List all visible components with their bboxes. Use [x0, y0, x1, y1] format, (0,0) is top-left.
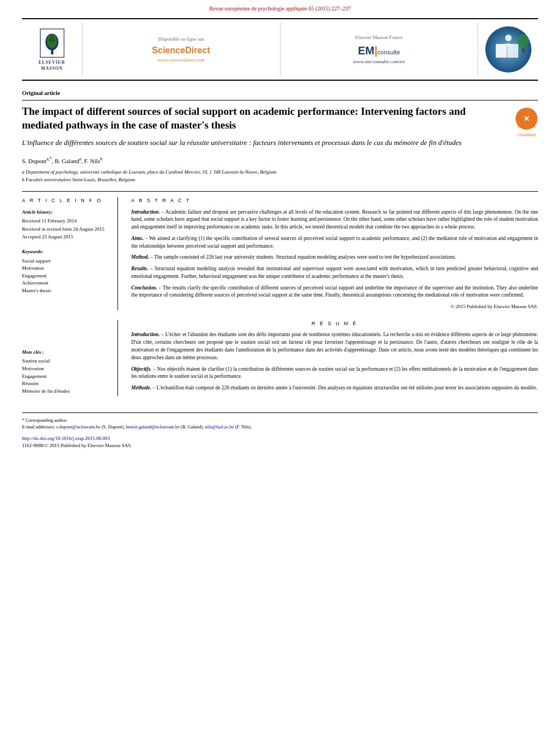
corresponding-author: * Corresponding author.: [22, 417, 538, 424]
sciencedirect-section: Disponible en ligne sur ScienceDirect ww…: [82, 23, 280, 76]
svg-point-12: [518, 34, 529, 48]
resume-aims: Objectifs. – Nos objectifs étaient de cl…: [131, 366, 538, 381]
title-row: The impact of different sources of socia…: [22, 105, 538, 132]
abstract-heading: A B S T R A C T: [131, 197, 538, 204]
mots-cles-section: Mots clés : Soutien social Motivation En…: [22, 349, 111, 395]
resume-text-column: R É S U M É Introduction. – L'échec et l…: [131, 320, 538, 396]
mot-cle-2: Motivation: [22, 365, 111, 372]
resume-two-col: Mots clés : Soutien social Motivation En…: [22, 320, 538, 396]
email-dupont-name: (S. Dupont),: [102, 424, 125, 429]
keyword-3: Engagement: [22, 272, 111, 280]
mot-cle-4: Réussite: [22, 380, 111, 387]
email-dupont[interactable]: s.dupont@uclouvain.be: [56, 424, 100, 429]
keyword-4: Achievement: [22, 280, 111, 287]
abstract-column: A B S T R A C T Introduction. – Academic…: [131, 197, 538, 310]
resume-intro: Introduction. – L'échec et l'abandon des…: [131, 331, 538, 361]
mots-cles-column: Mots clés : Soutien social Motivation En…: [22, 320, 118, 396]
elsevier-logo-left: ELSEVIER MASSON: [22, 23, 82, 76]
received-date: Received 11 February 2014: [22, 217, 111, 225]
sciencedirect-brand: ScienceDirect: [152, 44, 210, 57]
journal-header: Revue européenne de psychologie appliqué…: [0, 0, 560, 15]
resume-method-text: – L'échantillon était composé de 226 étu…: [153, 385, 537, 390]
affiliations: a Department of psychology, université c…: [22, 169, 538, 183]
aims-text: – We aimed at clarifying (1) the specifi…: [131, 236, 538, 249]
resume-heading: R É S U M É: [131, 320, 538, 327]
email-label: E-mail addresses:: [22, 424, 55, 429]
em-text: EM: [358, 44, 374, 57]
elsevier-name: ELSEVIER: [38, 59, 65, 65]
email-nils-name: (F. Nils).: [235, 424, 251, 429]
resume-method: Méthode. – L'échantillon était composé d…: [131, 384, 538, 392]
right-decorative-logo: [478, 23, 538, 76]
resume-aims-text: – Nos objectifs étaient de clarifier (1)…: [131, 366, 538, 380]
sciencedirect-url[interactable]: www.sciencedirect.com: [158, 57, 205, 64]
emconsulte-section: Elsevier Masson France EM| consulte www.…: [280, 23, 478, 76]
copyright: © 2015 Published by Elsevier Masson SAS.: [131, 303, 538, 310]
resume-aims-label: Objectifs.: [131, 366, 152, 372]
article-title-en: The impact of different sources of socia…: [22, 105, 504, 132]
email-galand-name: (B. Galand),: [181, 424, 204, 429]
svg-text:CrossMark: CrossMark: [517, 125, 536, 129]
keywords-section: Keywords: Social support Motivation Enga…: [22, 248, 111, 294]
abstract-results: Results. – Structural equation modeling …: [131, 265, 538, 281]
conclusion-label: Conclusion.: [131, 285, 157, 291]
crossmark-logo[interactable]: ✕ CrossMark CrossMark: [515, 107, 538, 130]
method-label: Method.: [131, 254, 149, 260]
abstract-method: Method. – The sample consisted of 226 la…: [131, 254, 538, 261]
mot-cle-1: Soutien social: [22, 358, 111, 365]
svg-rect-13: [522, 48, 524, 53]
elsevier-masson-label: Elsevier Masson France: [355, 34, 402, 41]
footer-area: * Corresponding author. E-mail addresses…: [22, 412, 538, 449]
article-title-fr: L'influence de différentes sources de so…: [22, 137, 538, 148]
email-addresses: E-mail addresses: s.dupont@uclouvain.be …: [22, 424, 538, 431]
email-galand[interactable]: benoit.galand@uclouvain.be: [126, 424, 180, 429]
revised-date: Received in revised form 24 August 2015: [22, 226, 111, 233]
method-text: – The sample consisted of 226 last year …: [150, 254, 456, 260]
keyword-5: Master's thesis: [22, 287, 111, 294]
em-logo: EM|: [358, 43, 378, 58]
journal-title[interactable]: Revue européenne de psychologie appliqué…: [209, 5, 350, 12]
intro-text: – Academic failure and dropout are perva…: [131, 209, 538, 230]
history-label: Article history:: [22, 209, 111, 216]
aims-label: Aims.: [131, 236, 143, 241]
mots-cles-label: Mots clés :: [22, 349, 111, 356]
content-area: Original article The impact of different…: [0, 84, 560, 460]
email-nils[interactable]: nils@fusl.ac.be: [205, 424, 234, 429]
article-type: Original article: [22, 90, 538, 101]
results-text: – Structural equation modeling analysis …: [131, 266, 538, 279]
resume-section: Mots clés : Soutien social Motivation En…: [22, 320, 538, 396]
resume-intro-text: – L'échec et l'abandon des étudiants son…: [131, 332, 538, 360]
results-label: Results.: [131, 266, 148, 271]
masson-name: MASSON: [41, 65, 63, 71]
svg-text:✕: ✕: [523, 114, 530, 123]
consulte-text: consulte: [378, 48, 400, 57]
svg-rect-9: [507, 44, 518, 58]
article-info-column: A R T I C L E I N F O Article history: R…: [22, 197, 118, 310]
affiliation-a: a Department of psychology, université c…: [22, 169, 538, 176]
article-info-heading: A R T I C L E I N F O: [22, 197, 111, 204]
available-online-label: Disponible en ligne sur: [158, 36, 204, 43]
abstract-conclusion: Conclusion. – The results clarify the sp…: [131, 284, 538, 300]
affiliation-b: b Facultés universitaires Saint-Louis, B…: [22, 176, 538, 184]
issn-text: 1162-9088/© 2015 Published by Elsevier M…: [22, 442, 538, 449]
keyword-2: Motivation: [22, 265, 111, 272]
svg-point-11: [505, 35, 512, 41]
svg-rect-8: [496, 44, 507, 58]
conclusion-text: – The results clarify the specific contr…: [131, 285, 538, 298]
mot-cle-5: Mémoire de fin d'études: [22, 388, 111, 395]
two-column-section: A R T I C L E I N F O Article history: R…: [22, 191, 538, 310]
keyword-1: Social support: [22, 258, 111, 265]
abstract-aims: Aims. – We aimed at clarifying (1) the s…: [131, 235, 538, 250]
abstract-intro: Introduction. – Academic failure and dro…: [131, 209, 538, 231]
keywords-label: Keywords:: [22, 248, 111, 255]
authors: S. Duponta,*, B. Galanda, F. Nilsb: [22, 156, 538, 165]
author-names: S. Duponta,*, B. Galanda, F. Nilsb: [22, 158, 102, 164]
accepted-date: Accepted 25 August 2015: [22, 233, 111, 241]
resume-method-label: Méthode.: [131, 385, 152, 390]
publisher-bar: ELSEVIER MASSON Disponible en ligne sur …: [22, 18, 538, 81]
svg-point-5: [51, 35, 53, 37]
intro-label: Introduction.: [131, 209, 160, 215]
doi-link[interactable]: http://dx.doi.org/10.1016/j.erap.2015.08…: [22, 436, 110, 441]
emconsulte-url[interactable]: www.em-consulte.com/en: [353, 58, 405, 65]
resume-intro-label: Introduction.: [131, 332, 160, 337]
